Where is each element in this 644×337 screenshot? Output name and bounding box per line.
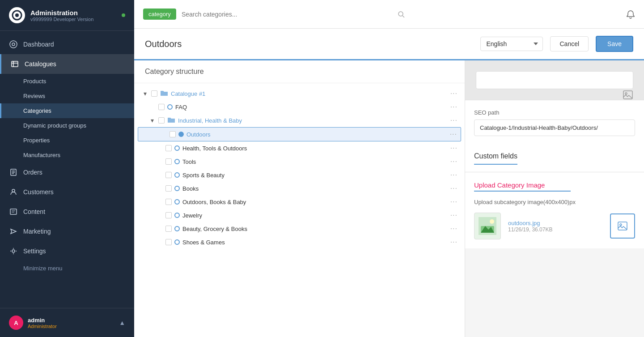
submenu-item-reviews[interactable]: Reviews [0, 89, 134, 103]
bullet-active-icon [178, 132, 184, 137]
tree-checkbox[interactable] [158, 104, 165, 110]
folder-icon [160, 90, 168, 98]
submenu-item-properties[interactable]: Properties [0, 133, 134, 148]
tree-item-health-tools[interactable]: Health, Tools & Outdoors ··· [134, 141, 465, 155]
tree-checkbox[interactable] [165, 212, 172, 218]
sidebar-item-settings[interactable]: Settings [0, 241, 134, 261]
submenu-item-products[interactable]: Products [0, 74, 134, 89]
tree-checkbox[interactable] [165, 145, 172, 151]
tree-item-outdoors-books[interactable]: Outdoors, Books & Baby ··· [134, 195, 465, 209]
svg-marker-15 [11, 229, 16, 234]
tree-item-label: Outdoors [186, 131, 447, 138]
tree-item-label: Outdoors, Books & Baby [182, 199, 448, 205]
submenu-item-categories[interactable]: Categories [0, 103, 134, 118]
tree-item-sports[interactable]: Sports & Beauty ··· [134, 168, 465, 182]
notifications-icon[interactable] [626, 10, 635, 19]
tree-item-tools[interactable]: Tools ··· [134, 155, 465, 168]
tree-item-faq[interactable]: FAQ ··· [134, 100, 465, 114]
svg-point-11 [12, 189, 15, 192]
tree-item-shoes-games[interactable]: Shoes & Games ··· [134, 235, 465, 249]
tree-checkbox[interactable] [165, 199, 172, 205]
tree-toggle[interactable]: ▾ [141, 90, 148, 97]
seo-path-section: SEO path [465, 100, 644, 145]
tree-toggle [148, 103, 156, 111]
search-button[interactable] [397, 10, 405, 18]
tree-item-industrial[interactable]: ▾ Industrial, Health & Baby ··· [134, 114, 465, 127]
upload-section: Upload Category Image Upload subcategory… [465, 172, 644, 248]
sidebar-item-marketing[interactable]: Marketing [0, 222, 134, 241]
search-category-badge: category [143, 9, 176, 20]
tree-item-beauty-grocery[interactable]: Beauty, Grocery & Books ··· [134, 222, 465, 235]
app-title: Administration [30, 9, 93, 17]
search-input[interactable] [182, 11, 392, 18]
language-selector[interactable]: English German French [480, 37, 543, 51]
tree-item-menu[interactable]: ··· [450, 130, 457, 138]
sidebar-item-content[interactable]: Content [0, 202, 134, 222]
tree-item-books[interactable]: Books ··· [134, 182, 465, 195]
tree-item-menu[interactable]: ··· [450, 103, 458, 111]
tree-toggle[interactable]: ▾ [148, 117, 156, 124]
right-panel: SEO path Custom fields Upload Category I… [465, 60, 644, 337]
cancel-button[interactable]: Cancel [550, 36, 589, 51]
user-avatar: A [9, 316, 23, 330]
file-preview [474, 213, 501, 239]
tree-toggle [156, 239, 163, 246]
tree-item-menu[interactable]: ··· [450, 184, 458, 192]
tree-item-menu[interactable]: ··· [450, 158, 458, 166]
category-tree: ▾ Catalogue #1 ··· FAQ ··· [134, 83, 465, 337]
save-button[interactable]: Save [596, 36, 633, 52]
submenu-item-dynamic-product-groups[interactable]: Dynamic product groups [0, 118, 134, 133]
upload-image-button[interactable] [610, 213, 635, 239]
sidebar-item-label: Orders [23, 169, 42, 176]
tree-checkbox[interactable] [165, 226, 172, 232]
seo-path-input[interactable] [474, 119, 635, 136]
tree-item-catalogue1[interactable]: ▾ Catalogue #1 ··· [134, 87, 465, 100]
svg-rect-12 [10, 209, 17, 214]
tree-item-jewelry[interactable]: Jewelry ··· [134, 209, 465, 222]
sidebar-item-dashboard[interactable]: Dashboard [0, 34, 134, 54]
tree-item-menu[interactable]: ··· [450, 171, 458, 179]
user-menu-arrow[interactable]: ▲ [119, 319, 125, 326]
tree-checkbox[interactable] [169, 131, 176, 137]
tree-item-menu[interactable]: ··· [450, 144, 458, 152]
tree-item-menu[interactable]: ··· [450, 238, 458, 246]
tree-checkbox[interactable] [165, 172, 172, 178]
svg-rect-4 [12, 61, 18, 67]
tree-item-menu[interactable]: ··· [450, 225, 458, 233]
sidebar-header: Administration v9999999 Developer Versio… [0, 0, 134, 31]
sidebar-item-catalogues[interactable]: Catalogues [0, 54, 134, 74]
tree-item-menu[interactable]: ··· [450, 198, 458, 206]
tree-item-label: Tools [182, 158, 448, 165]
tree-item-menu[interactable]: ··· [450, 116, 458, 124]
svg-point-3 [12, 43, 15, 46]
svg-point-17 [398, 12, 403, 16]
settings-icon [9, 247, 18, 256]
tree-checkbox[interactable] [165, 239, 172, 245]
tree-toggle [156, 158, 163, 165]
customers-icon [9, 188, 18, 196]
minimize-menu-item[interactable]: Minimize menu [0, 261, 134, 276]
tree-item-label: Health, Tools & Outdoors [182, 145, 448, 152]
tree-checkbox[interactable] [151, 90, 157, 97]
tree-item-menu[interactable]: ··· [450, 211, 458, 219]
svg-point-16 [12, 250, 15, 252]
tree-item-outdoors[interactable]: Outdoors ··· [138, 127, 461, 141]
user-info: admin Administrator [28, 317, 114, 329]
svg-point-26 [625, 93, 627, 94]
sidebar: Administration v9999999 Developer Versio… [0, 0, 134, 337]
tree-item-label: FAQ [175, 104, 448, 111]
tree-toggle [156, 145, 163, 152]
sidebar-item-customers[interactable]: Customers [0, 182, 134, 202]
tree-toggle [156, 212, 163, 219]
file-meta: 11/26/19, 36.07KB [508, 226, 603, 233]
sidebar-item-orders[interactable]: Orders [0, 162, 134, 182]
tree-item-menu[interactable]: ··· [450, 90, 458, 98]
tree-checkbox[interactable] [158, 117, 165, 124]
submenu-item-manufacturers[interactable]: Manufacturers [0, 148, 134, 162]
bullet-icon [167, 104, 173, 110]
tree-checkbox[interactable] [165, 158, 172, 165]
svg-line-18 [402, 16, 404, 17]
user-name: admin [28, 317, 114, 324]
tree-checkbox[interactable] [165, 185, 172, 192]
right-image-icon[interactable] [623, 90, 633, 100]
